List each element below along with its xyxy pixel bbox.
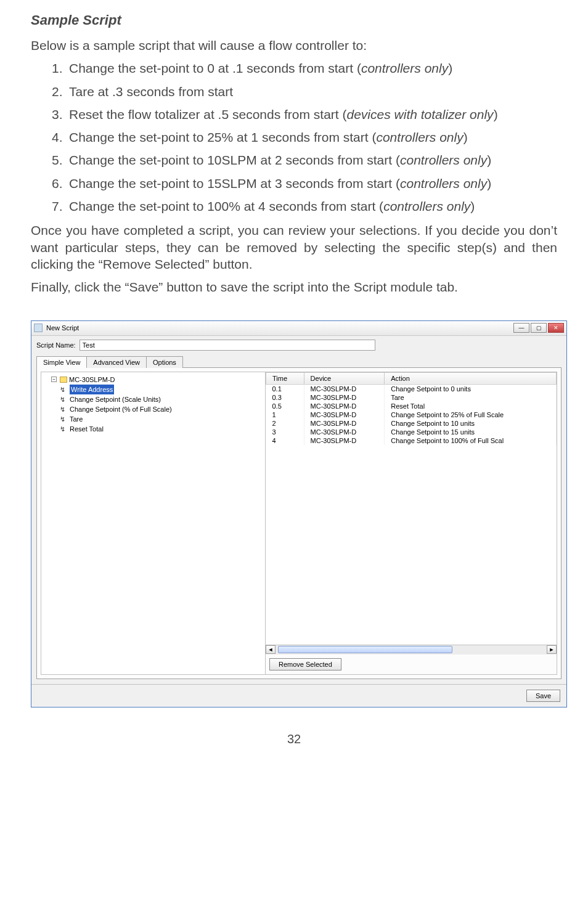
table-row[interactable]: 0.3MC-30SLPM-DTare xyxy=(266,393,557,402)
step-item: 4.Change the set-point to 25% at 1 secon… xyxy=(52,129,557,145)
col-time[interactable]: Time xyxy=(266,372,304,384)
col-action[interactable]: Action xyxy=(385,372,557,384)
cell-action: Tare xyxy=(385,393,557,402)
close-button[interactable]: ✕ xyxy=(548,323,564,333)
scroll-left-icon[interactable]: ◄ xyxy=(266,645,276,654)
steps-list: 1.Change the set-point to 0 at .1 second… xyxy=(52,60,557,214)
cell-device: MC-30SLPM-D xyxy=(304,402,385,410)
cell-device: MC-30SLPM-D xyxy=(304,436,385,445)
tab-options[interactable]: Options xyxy=(146,356,183,368)
tab-simple-view[interactable]: Simple View xyxy=(36,356,87,368)
tree-item-label: Write Address xyxy=(70,385,114,394)
cell-time: 4 xyxy=(266,436,304,445)
tree-item-label: Tare xyxy=(70,414,83,424)
cell-time: 1 xyxy=(266,410,304,419)
script-name-label: Script Name: xyxy=(36,341,76,349)
cell-action: Change Setpoint to 0 units xyxy=(385,384,557,393)
step-item: 7.Change the set-point to 100% at 4 seco… xyxy=(52,198,557,214)
cell-time: 2 xyxy=(266,419,304,428)
cell-device: MC-30SLPM-D xyxy=(304,393,385,402)
cell-action: Change Setpoint to 15 units xyxy=(385,428,557,436)
command-icon: ↯ xyxy=(60,394,65,404)
app-icon xyxy=(34,324,43,332)
tree-item-label: Change Setpoint (% of Full Scale) xyxy=(70,404,172,414)
device-tree[interactable]: − MC-30SLPM-D ↯Write Address↯Change Setp… xyxy=(41,372,266,675)
script-name-input[interactable] xyxy=(80,340,375,351)
maximize-button[interactable]: ▢ xyxy=(531,323,547,333)
table-row[interactable]: 4MC-30SLPM-DChange Setpoint to 100% of F… xyxy=(266,436,557,445)
table-row[interactable]: 2MC-30SLPM-DChange Setpoint to 10 units xyxy=(266,419,557,428)
intro-paragraph: Below is a sample script that will cause… xyxy=(31,37,557,54)
script-steps-table[interactable]: Time Device Action 0.1MC-30SLPM-DChange … xyxy=(266,372,557,645)
command-icon: ↯ xyxy=(60,385,65,394)
table-row[interactable]: 0.1MC-30SLPM-DChange Setpoint to 0 units xyxy=(266,384,557,393)
command-icon: ↯ xyxy=(60,404,65,414)
new-script-window: New Script — ▢ ✕ Script Name: Simple Vie… xyxy=(31,320,567,707)
paragraph-2: Once you have completed a script, you ca… xyxy=(31,222,557,272)
horizontal-scrollbar[interactable]: ◄ ► xyxy=(266,645,557,654)
cell-time: 0.3 xyxy=(266,393,304,402)
cell-device: MC-30SLPM-D xyxy=(304,384,385,393)
cell-time: 3 xyxy=(266,428,304,436)
tree-item[interactable]: ↯Write Address xyxy=(60,385,264,394)
table-row[interactable]: 1MC-30SLPM-DChange Setpoint to 25% of Fu… xyxy=(266,410,557,419)
cell-time: 0.5 xyxy=(266,402,304,410)
cell-action: Change Setpoint to 100% of Full Scal xyxy=(385,436,557,445)
tree-item-label: Reset Total xyxy=(70,424,104,434)
save-button[interactable]: Save xyxy=(526,690,560,702)
cell-device: MC-30SLPM-D xyxy=(304,428,385,436)
tree-item-label: Change Setpoint (Scale Units) xyxy=(70,394,161,404)
cell-action: Change Setpoint to 10 units xyxy=(385,419,557,428)
cell-action: Change Setpoint to 25% of Full Scale xyxy=(385,410,557,419)
step-item: 1.Change the set-point to 0 at .1 second… xyxy=(52,60,557,76)
tree-root-label[interactable]: MC-30SLPM-D xyxy=(69,375,115,385)
table-row[interactable]: 3MC-30SLPM-DChange Setpoint to 15 units xyxy=(266,428,557,436)
minimize-button[interactable]: — xyxy=(513,323,529,333)
tree-item[interactable]: ↯Change Setpoint (Scale Units) xyxy=(60,394,264,404)
tree-expander-icon[interactable]: − xyxy=(51,377,57,382)
section-title: Sample Script xyxy=(31,12,557,28)
command-icon: ↯ xyxy=(60,424,65,434)
cell-action: Reset Total xyxy=(385,402,557,410)
titlebar[interactable]: New Script — ▢ ✕ xyxy=(31,321,566,336)
step-item: 5.Change the set-point to 10SLPM at 2 se… xyxy=(52,152,557,168)
cell-device: MC-30SLPM-D xyxy=(304,410,385,419)
table-row[interactable]: 0.5MC-30SLPM-DReset Total xyxy=(266,402,557,410)
scroll-right-icon[interactable]: ► xyxy=(547,645,557,654)
step-item: 6.Change the set-point to 15SLPM at 3 se… xyxy=(52,175,557,192)
paragraph-3: Finally, click the “Save” button to save… xyxy=(31,279,557,295)
device-icon xyxy=(60,377,67,383)
step-item: 2.Tare at .3 seconds from start xyxy=(52,83,557,100)
cell-device: MC-30SLPM-D xyxy=(304,419,385,428)
scroll-thumb[interactable] xyxy=(278,646,452,653)
view-tabs: Simple View Advanced View Options xyxy=(36,356,561,368)
tab-advanced-view[interactable]: Advanced View xyxy=(86,356,147,368)
tree-item[interactable]: ↯Tare xyxy=(60,414,264,424)
page-number: 32 xyxy=(31,732,557,746)
remove-selected-button[interactable]: Remove Selected xyxy=(269,658,341,671)
tree-item[interactable]: ↯Change Setpoint (% of Full Scale) xyxy=(60,404,264,414)
window-title: New Script xyxy=(46,324,512,332)
step-item: 3.Reset the flow totalizer at .5 seconds… xyxy=(52,106,557,123)
tree-item[interactable]: ↯Reset Total xyxy=(60,424,264,434)
col-device[interactable]: Device xyxy=(304,372,385,384)
cell-time: 0.1 xyxy=(266,384,304,393)
command-icon: ↯ xyxy=(60,414,65,424)
